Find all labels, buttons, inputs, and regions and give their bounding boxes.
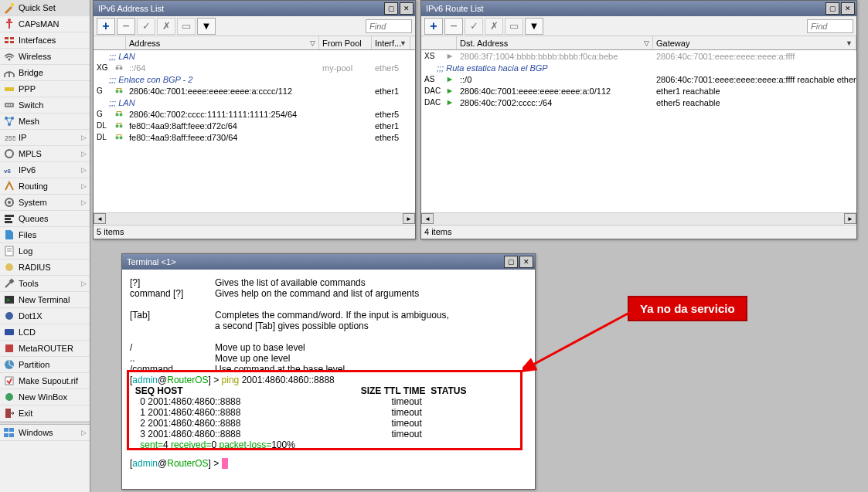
interface-cell: ether1: [372, 87, 410, 96]
sidebar-item-mpls[interactable]: MPLS▷: [0, 146, 90, 162]
titlebar[interactable]: IPv6 Route List ▢ ✕: [421, 1, 856, 16]
svg-rect-48: [116, 136, 119, 139]
flag-cell: XG: [94, 63, 112, 72]
sidebar-label: Dot1X: [19, 311, 90, 321]
sidebar-item-capsman[interactable]: CAPsMAN: [0, 16, 90, 32]
sidebar-item-system[interactable]: System▷: [0, 195, 90, 211]
mpls-icon: [3, 148, 15, 160]
svg-rect-5: [10, 41, 14, 43]
table-row[interactable]: G2806:40c:7001:eeee:eeee:eeee:a:cccc/112…: [94, 85, 415, 97]
remove-button[interactable]: −: [117, 18, 135, 35]
disable-button[interactable]: ✗: [485, 18, 503, 35]
sidebar-item-make-supout.rif[interactable]: Make Supout.rif: [0, 373, 90, 389]
table-row[interactable]: G2806:40c:7002:cccc:1111:1111:1111:254/6…: [94, 108, 415, 120]
table-row[interactable]: DLfe80::4aa9:8aff:feee:d730/64ether5: [94, 131, 415, 143]
sidebar-item-interfaces[interactable]: Interfaces: [0, 32, 90, 49]
sidebar-item-radius[interactable]: RADIUS: [0, 260, 90, 276]
svg-point-16: [5, 150, 13, 158]
sidebar-item-routing[interactable]: Routing▷: [0, 178, 90, 195]
dot1x-icon: [3, 310, 15, 322]
sidebar-item-partition[interactable]: Partition: [0, 357, 90, 373]
sidebar-item-metarouter[interactable]: MetaROUTER: [0, 341, 90, 357]
svg-rect-3: [10, 37, 14, 39]
sidebar-item-tools[interactable]: Tools▷: [0, 276, 90, 292]
filter-button[interactable]: ▼: [525, 18, 543, 35]
remove-button[interactable]: −: [444, 18, 463, 35]
sidebar-item-switch[interactable]: Switch: [0, 97, 90, 114]
titlebar[interactable]: Terminal <1> ▢ ✕: [122, 254, 535, 270]
bridge-icon: [3, 66, 15, 79]
svg-rect-40: [116, 66, 119, 70]
svg-rect-22: [5, 221, 12, 223]
sidebar-item-new-winbox[interactable]: New WinBox: [0, 389, 90, 405]
sidebar-label: Partition: [19, 360, 90, 369]
address-icon: [112, 63, 126, 73]
close-button[interactable]: ✕: [519, 256, 533, 268]
svg-rect-43: [120, 90, 123, 93]
flag-cell: DL: [94, 121, 112, 130]
supout-icon: [3, 375, 15, 387]
svg-rect-47: [120, 124, 123, 127]
sidebar-item-ipv6[interactable]: v6IPv6▷: [0, 162, 90, 178]
routing-icon: [3, 180, 15, 192]
sidebar-label: Interfaces: [19, 36, 90, 45]
sidebar-item-mesh[interactable]: Mesh: [0, 114, 90, 130]
add-button[interactable]: +: [97, 18, 115, 35]
sidebar-item-log[interactable]: Log: [0, 243, 90, 260]
add-button[interactable]: +: [424, 18, 443, 35]
sidebar-item-files[interactable]: Files: [0, 227, 90, 243]
sidebar-item-new-terminal[interactable]: >New Terminal: [0, 292, 90, 308]
sidebar-item-dot1x[interactable]: Dot1X: [0, 308, 90, 324]
minimize-button[interactable]: ▢: [384, 2, 398, 15]
svg-rect-46: [116, 124, 119, 127]
sidebar-item-lcd[interactable]: LCD: [0, 324, 90, 341]
svg-point-9: [6, 104, 8, 106]
sidebar: Quick SetCAPsMANInterfacesWirelessBridge…: [0, 0, 90, 492]
sidebar-label: PPP: [19, 84, 90, 93]
flag-cell: DAC: [421, 98, 443, 107]
disable-button[interactable]: ✗: [157, 18, 175, 35]
scrollbar-horizontal[interactable]: ◄►: [94, 212, 415, 225]
filter-button[interactable]: ▼: [197, 18, 216, 35]
metarouter-icon: [3, 342, 15, 355]
col-gateway[interactable]: Gateway▼: [653, 36, 856, 49]
table-row[interactable]: XG::/64my-poolether5: [94, 62, 415, 73]
titlebar[interactable]: IPv6 Address List ▢ ✕: [94, 1, 415, 16]
sidebar-item-wireless[interactable]: Wireless: [0, 49, 90, 65]
table-row[interactable]: DAC2806:40c:7002:cccc::/64ether5 reachab…: [421, 97, 856, 108]
ip-icon: 255: [3, 131, 15, 144]
find-input[interactable]: [366, 19, 412, 33]
comment-button[interactable]: ▭: [177, 18, 196, 35]
sidebar-item-ppp[interactable]: PPP: [0, 81, 90, 97]
partition-icon: [3, 358, 15, 371]
close-button[interactable]: ✕: [400, 2, 414, 15]
enable-button[interactable]: ✓: [137, 18, 155, 35]
sidebar-item-quick-set[interactable]: Quick Set: [0, 0, 90, 16]
sidebar-item-windows[interactable]: Windows ▷: [0, 425, 90, 441]
sidebar-item-bridge[interactable]: Bridge: [0, 65, 90, 81]
window-title: IPv6 Route List: [426, 4, 825, 13]
scrollbar-horizontal[interactable]: ◄►: [421, 212, 856, 225]
col-flag[interactable]: [94, 36, 126, 49]
svg-rect-31: [5, 344, 13, 352]
table-row[interactable]: DLfe80::4aa9:8aff:feee:d72c/64ether1: [94, 120, 415, 131]
enable-button[interactable]: ✓: [465, 18, 483, 35]
col-address[interactable]: Address▽: [126, 36, 319, 49]
col-interface[interactable]: Interf...▼: [372, 36, 410, 49]
col-from-pool[interactable]: From Pool: [319, 36, 372, 49]
table-row[interactable]: DAC2806:40c:7001:eeee:eeee:eeee:a:0/112e…: [421, 85, 856, 97]
table-row[interactable]: AS::/02806:40c:7001:eeee:eeee:eeee:a:fff…: [421, 73, 856, 85]
sidebar-item-queues[interactable]: Queues: [0, 211, 90, 227]
col-flag[interactable]: [421, 36, 457, 49]
col-dst-address[interactable]: Dst. Address▽: [457, 36, 653, 49]
terminal-output[interactable]: [?]Gives the list of available commandsc…: [122, 270, 535, 489]
table-row[interactable]: XS2806:3f7:1004:bbbb:bbbb:bbbb:f0ca:bebe…: [421, 50, 856, 62]
comment-button[interactable]: ▭: [505, 18, 523, 35]
minimize-button[interactable]: ▢: [825, 2, 839, 15]
find-input[interactable]: [807, 19, 853, 33]
route-icon: [443, 87, 457, 95]
sidebar-item-exit[interactable]: Exit: [0, 405, 90, 422]
minimize-button[interactable]: ▢: [504, 256, 518, 268]
sidebar-item-ip[interactable]: 255IP▷: [0, 130, 90, 146]
close-button[interactable]: ✕: [841, 2, 855, 15]
